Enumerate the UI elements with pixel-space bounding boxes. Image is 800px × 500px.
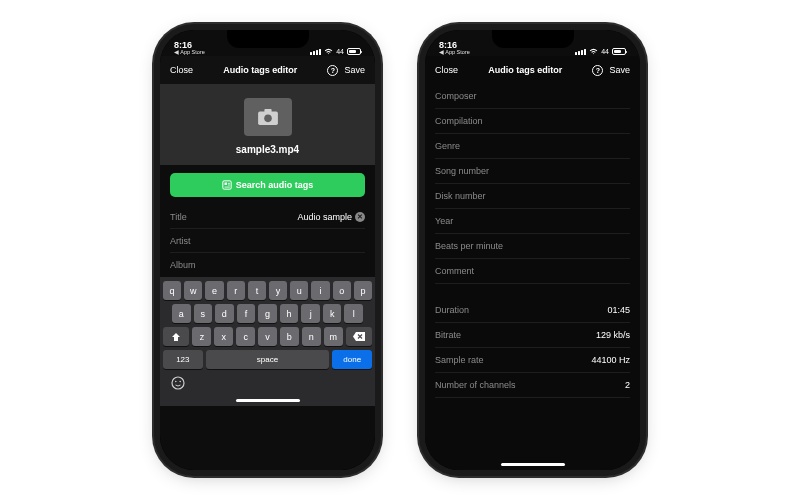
battery-icon xyxy=(612,48,626,55)
field-label: Genre xyxy=(435,141,460,151)
field-label: Compilation xyxy=(435,116,483,126)
search-tags-icon xyxy=(222,180,232,190)
key-g[interactable]: g xyxy=(258,304,277,323)
field-label: Duration xyxy=(435,305,469,315)
svg-point-10 xyxy=(179,381,181,383)
page-title: Audio tags editor xyxy=(223,65,297,75)
key-l[interactable]: l xyxy=(344,304,363,323)
help-icon[interactable]: ? xyxy=(592,65,603,76)
field-title-value: Audio sample xyxy=(297,212,352,222)
nav-bar: Close Audio tags editor ? Save xyxy=(160,56,375,84)
key-s[interactable]: s xyxy=(194,304,213,323)
search-button-label: Search audio tags xyxy=(236,180,314,190)
shift-icon xyxy=(171,332,181,342)
status-right: 44 xyxy=(310,48,361,55)
field-value: 129 kb/s xyxy=(596,330,630,340)
status-back-crumb[interactable]: ◀ App Store xyxy=(439,50,470,56)
key-d[interactable]: d xyxy=(215,304,234,323)
status-right: 44 xyxy=(575,48,626,55)
signal-icon xyxy=(575,49,586,55)
key-b[interactable]: b xyxy=(280,327,299,346)
key-t[interactable]: t xyxy=(248,281,266,300)
close-button[interactable]: Close xyxy=(170,65,193,75)
key-a[interactable]: a xyxy=(172,304,191,323)
field-compilation[interactable]: Compilation xyxy=(435,109,630,134)
notch xyxy=(227,30,309,48)
search-audio-tags-button[interactable]: Search audio tags xyxy=(170,173,365,197)
key-c[interactable]: c xyxy=(236,327,255,346)
signal-icon xyxy=(310,49,321,55)
field-composer[interactable]: Composer xyxy=(435,84,630,109)
wifi-icon xyxy=(589,48,598,55)
field-genre[interactable]: Genre xyxy=(435,134,630,159)
field-label: Composer xyxy=(435,91,477,101)
field-label: Song number xyxy=(435,166,489,176)
key-y[interactable]: y xyxy=(269,281,287,300)
help-icon[interactable]: ? xyxy=(327,65,338,76)
key-shift[interactable] xyxy=(163,327,189,346)
page-title: Audio tags editor xyxy=(488,65,562,75)
svg-point-2 xyxy=(264,115,272,123)
field-disk-number[interactable]: Disk number xyxy=(435,184,630,209)
home-indicator[interactable] xyxy=(236,399,300,402)
key-n[interactable]: n xyxy=(302,327,321,346)
editable-fields: ComposerCompilationGenreSong numberDisk … xyxy=(425,84,640,284)
svg-rect-1 xyxy=(264,109,271,113)
artwork-placeholder[interactable] xyxy=(244,98,292,136)
field-title[interactable]: Title Audio sample ✕ xyxy=(170,205,365,229)
status-back-label: App Store xyxy=(180,49,204,55)
key-j[interactable]: j xyxy=(301,304,320,323)
field-number-of-channels: Number of channels2 xyxy=(435,373,630,398)
field-song-number[interactable]: Song number xyxy=(435,159,630,184)
field-value: 2 xyxy=(625,380,630,390)
key-q[interactable]: q xyxy=(163,281,181,300)
save-button[interactable]: Save xyxy=(344,65,365,75)
field-comment[interactable]: Comment xyxy=(435,259,630,284)
key-done[interactable]: done xyxy=(332,350,372,369)
svg-point-8 xyxy=(172,377,184,389)
field-label: Sample rate xyxy=(435,355,484,365)
key-123[interactable]: 123 xyxy=(163,350,203,369)
field-label: Bitrate xyxy=(435,330,461,340)
field-album[interactable]: Album xyxy=(170,253,365,277)
key-i[interactable]: i xyxy=(311,281,329,300)
status-back-crumb[interactable]: ◀ App Store xyxy=(174,50,205,56)
phone-right: 8:16 ◀ App Store 44 Close Audio tags edi… xyxy=(425,30,640,470)
key-x[interactable]: x xyxy=(214,327,233,346)
readonly-fields: Duration01:45Bitrate129 kb/sSample rate4… xyxy=(425,298,640,398)
battery-icon xyxy=(347,48,361,55)
key-o[interactable]: o xyxy=(333,281,351,300)
nav-bar: Close Audio tags editor ? Save xyxy=(425,56,640,84)
key-v[interactable]: v xyxy=(258,327,277,346)
close-button[interactable]: Close xyxy=(435,65,458,75)
status-back-label: App Store xyxy=(445,49,469,55)
key-m[interactable]: m xyxy=(324,327,343,346)
key-h[interactable]: h xyxy=(280,304,299,323)
home-indicator[interactable] xyxy=(501,463,565,466)
clear-icon[interactable]: ✕ xyxy=(355,212,365,222)
emoji-icon[interactable] xyxy=(171,376,185,390)
key-p[interactable]: p xyxy=(354,281,372,300)
svg-point-9 xyxy=(175,381,177,383)
key-space[interactable]: space xyxy=(206,350,330,369)
key-z[interactable]: z xyxy=(192,327,211,346)
field-label: Beats per minute xyxy=(435,241,503,251)
field-artist[interactable]: Artist xyxy=(170,229,365,253)
key-w[interactable]: w xyxy=(184,281,202,300)
field-beats-per-minute[interactable]: Beats per minute xyxy=(435,234,630,259)
field-sample-rate: Sample rate44100 Hz xyxy=(435,348,630,373)
field-year[interactable]: Year xyxy=(435,209,630,234)
filename-label: sample3.mp4 xyxy=(236,144,299,155)
key-f[interactable]: f xyxy=(237,304,256,323)
field-label: Comment xyxy=(435,266,474,276)
notch xyxy=(492,30,574,48)
field-title-label: Title xyxy=(170,212,187,222)
key-u[interactable]: u xyxy=(290,281,308,300)
key-e[interactable]: e xyxy=(205,281,223,300)
field-label: Year xyxy=(435,216,453,226)
save-button[interactable]: Save xyxy=(609,65,630,75)
key-backspace[interactable] xyxy=(346,327,372,346)
key-k[interactable]: k xyxy=(323,304,342,323)
key-r[interactable]: r xyxy=(227,281,245,300)
field-label: Number of channels xyxy=(435,380,516,390)
